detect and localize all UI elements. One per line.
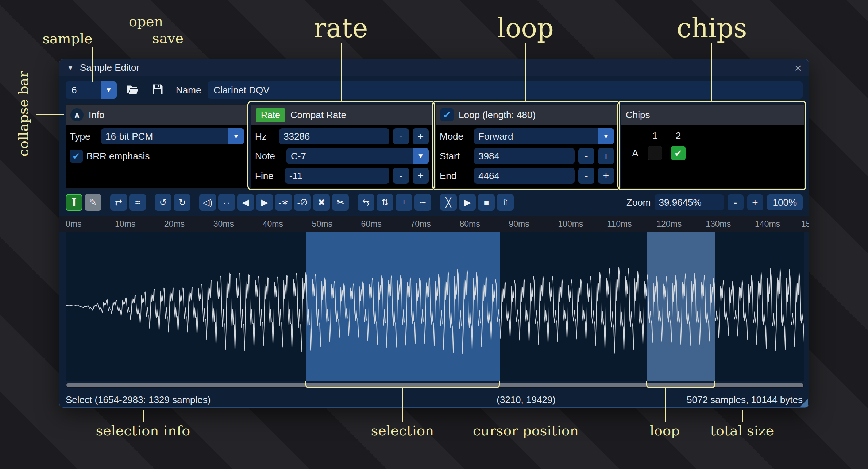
timeline-ruler[interactable]: 0ms10ms20ms30ms40ms50ms60ms70ms80ms90ms1… — [59, 216, 809, 232]
callout-line-save — [157, 47, 157, 82]
apply-silence-button[interactable]: -∅ — [294, 194, 311, 211]
undo-button[interactable]: ↺ — [155, 194, 171, 211]
trim-button[interactable]: ✂ — [332, 194, 349, 211]
highlight-box-loop — [432, 101, 620, 190]
resize-button[interactable]: ⇄ — [110, 194, 127, 211]
resize-grip[interactable] — [800, 399, 808, 407]
normalize-button[interactable]: ⇔ — [218, 194, 235, 211]
ruler-tick: 140ms — [755, 219, 780, 229]
edit-mode-draw-button[interactable]: ✎ — [85, 194, 101, 211]
type-select[interactable]: 16-bit PCM ▼ — [101, 128, 244, 144]
reverse-button[interactable]: ⇆ — [358, 194, 374, 211]
ruler-tick: 0ms — [66, 219, 81, 229]
bracket-loop — [646, 381, 715, 388]
zoom-input[interactable]: 39.9645% — [655, 194, 724, 210]
ruler-tick: 100ms — [558, 219, 583, 229]
ruler-tick: 40ms — [263, 219, 283, 229]
dropdown-arrow-icon[interactable]: ▼ — [228, 128, 244, 144]
annotation-selection-info: selection info — [96, 423, 190, 439]
brr-emphasis-checkbox[interactable]: ✔ — [70, 150, 83, 163]
callout-line-cursor-position — [526, 410, 526, 422]
brr-emphasis-label: BRR emphasis — [86, 151, 150, 162]
zoom-out-button[interactable]: - — [728, 194, 744, 210]
ruler-tick: 110ms — [607, 219, 632, 229]
annotation-open: open — [129, 13, 163, 30]
type-value: 16-bit PCM — [101, 131, 228, 142]
type-label: Type — [70, 131, 97, 142]
fade-in-button[interactable]: ◀ — [237, 194, 254, 211]
sample-name-input[interactable]: Clarinet DQV — [208, 81, 803, 99]
window-title: Sample Editor — [80, 62, 139, 73]
titlebar[interactable]: ▼ Sample Editor × — [59, 59, 809, 76]
stop-button[interactable]: ■ — [478, 194, 495, 211]
save-sample-button[interactable] — [149, 81, 166, 99]
annotation-save: save — [152, 30, 184, 46]
selection-info-text: Select (1654-2983: 1329 samples) — [66, 394, 211, 406]
folder-open-icon — [126, 83, 139, 97]
insert-silence-button[interactable]: -∗ — [275, 194, 292, 211]
annotation-total-size: total size — [710, 423, 774, 439]
bracket-selection — [305, 381, 500, 388]
collapse-chevron-icon[interactable]: ∧ — [70, 108, 84, 121]
ruler-tick: 150 — [801, 219, 809, 229]
waveform-svg — [66, 232, 804, 381]
annotation-cursor-position: cursor position — [473, 423, 579, 439]
zoom-in-button[interactable]: + — [747, 194, 763, 210]
ruler-tick: 30ms — [213, 219, 234, 229]
filter-button[interactable]: ∼ — [414, 194, 431, 211]
preview-button[interactable]: ▶ — [459, 194, 476, 211]
delete-button[interactable]: ✖ — [313, 194, 330, 211]
resample-button[interactable]: ≈ — [129, 194, 146, 211]
ruler-tick: 120ms — [656, 219, 682, 229]
zoom-label: Zoom — [626, 197, 651, 208]
sample-number-value: 6 — [66, 85, 101, 96]
sample-name-value: Clarinet DQV — [213, 85, 269, 96]
callout-line-rate — [341, 43, 342, 101]
annotation-collapse-bar: collapse bar — [15, 71, 31, 157]
close-icon[interactable]: × — [794, 62, 802, 74]
toolbar-buttons: I✎⇄≈↺↻◁)⇔◀▶-∗-∅✖✂⇆⇅±∼╳▶■⇧ — [66, 194, 514, 211]
open-sample-button[interactable] — [124, 81, 142, 99]
cursor-position-text: (3210, 19429) — [497, 394, 556, 406]
status-bar: Select (1654-2983: 1329 samples) (3210, … — [66, 389, 803, 408]
callout-line-sample — [92, 47, 93, 82]
callout-line-loop — [525, 43, 526, 101]
annotation-loop: loop — [497, 13, 554, 43]
edit-mode-select-button[interactable]: I — [66, 194, 82, 211]
page-background: ▼ Sample Editor × 6 ▼ Name Clarinet DQV — [0, 0, 868, 469]
callout-line-collapse-bar — [36, 114, 64, 115]
ruler-tick: 50ms — [312, 219, 332, 229]
create-wavetable-button[interactable]: ⇧ — [497, 194, 514, 211]
ruler-tick: 20ms — [164, 219, 185, 229]
ruler-tick: 90ms — [509, 219, 529, 229]
invert-sign-button[interactable]: ± — [396, 194, 412, 211]
callout-line-selection-info — [143, 410, 144, 422]
fade-out-button[interactable]: ▶ — [256, 194, 273, 211]
zoom-group: Zoom 39.9645% - + 100% — [626, 194, 803, 210]
annotation-sample: sample — [42, 31, 92, 47]
waveform-path — [66, 267, 804, 354]
zoom-reset-button[interactable]: 100% — [767, 194, 803, 210]
annotation-loop-bottom: loop — [650, 423, 680, 439]
sample-number-select[interactable]: 6 ▼ — [66, 81, 117, 99]
callout-line-total-size — [742, 410, 743, 422]
highlight-box-chips — [617, 101, 806, 190]
ruler-tick: 10ms — [115, 219, 135, 229]
annotation-rate: rate — [314, 13, 368, 43]
dropdown-arrow-icon[interactable]: ▼ — [101, 81, 117, 99]
waveform-editor[interactable] — [66, 232, 804, 381]
save-floppy-icon — [151, 83, 164, 97]
crossfade-button[interactable]: ╳ — [440, 194, 457, 211]
ruler-tick: 70ms — [410, 219, 431, 229]
invert-button[interactable]: ⇅ — [377, 194, 393, 211]
amplify-button[interactable]: ◁) — [199, 194, 216, 211]
info-panel-title: Info — [89, 109, 104, 121]
redo-button[interactable]: ↻ — [174, 194, 190, 211]
window-collapse-icon[interactable]: ▼ — [67, 63, 74, 72]
highlight-box-rate — [247, 101, 435, 190]
callout-line-selection — [402, 388, 403, 422]
sample-toolbar: I✎⇄≈↺↻◁)⇔◀▶-∗-∅✖✂⇆⇅±∼╳▶■⇧ Zoom 39.9645% … — [66, 193, 803, 212]
ruler-tick: 60ms — [361, 219, 382, 229]
callout-line-loop-bottom — [665, 388, 666, 422]
info-panel-header[interactable]: ∧ Info — [66, 105, 248, 125]
